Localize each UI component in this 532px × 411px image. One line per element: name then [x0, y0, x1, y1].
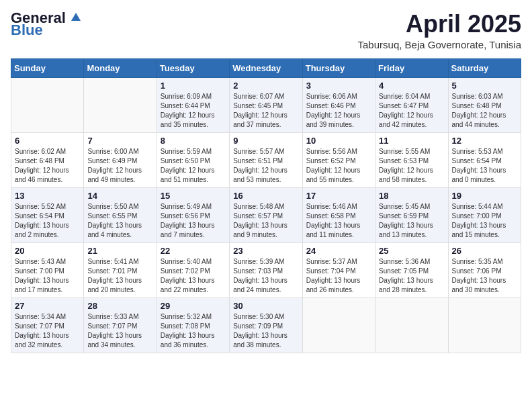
day-number: 11: [379, 136, 444, 146]
calendar-week-row: 13Sunrise: 5:52 AMSunset: 6:54 PMDayligh…: [11, 187, 521, 242]
day-number: 10: [306, 136, 371, 146]
month-title: April 2025: [358, 11, 521, 38]
day-number: 7: [87, 136, 152, 146]
day-info: Sunrise: 5:55 AMSunset: 6:53 PMDaylight:…: [379, 147, 444, 185]
weekday-header-saturday: Saturday: [448, 58, 521, 77]
day-number: 16: [233, 191, 298, 201]
day-number: 8: [161, 136, 226, 146]
day-info: Sunrise: 5:37 AMSunset: 7:04 PMDaylight:…: [306, 257, 371, 295]
calendar-day-cell: 26Sunrise: 5:35 AMSunset: 7:06 PMDayligh…: [448, 242, 521, 298]
title-area: April 2025 Tabursuq, Beja Governorate, T…: [358, 11, 521, 50]
day-number: 1: [161, 81, 226, 91]
calendar-day-cell: 30Sunrise: 5:30 AMSunset: 7:09 PMDayligh…: [230, 298, 302, 353]
calendar-day-cell: 29Sunrise: 5:32 AMSunset: 7:08 PMDayligh…: [157, 298, 229, 353]
day-info: Sunrise: 5:53 AMSunset: 6:54 PMDaylight:…: [452, 147, 517, 185]
day-number: 15: [161, 191, 226, 201]
day-info: Sunrise: 6:09 AMSunset: 6:44 PMDaylight:…: [161, 92, 226, 130]
day-info: Sunrise: 5:44 AMSunset: 7:00 PMDaylight:…: [452, 202, 517, 240]
calendar-day-cell: 3Sunrise: 6:06 AMSunset: 6:46 PMDaylight…: [302, 77, 375, 132]
calendar-week-row: 27Sunrise: 5:34 AMSunset: 7:07 PMDayligh…: [11, 298, 521, 353]
day-number: 13: [15, 191, 80, 201]
calendar-day-cell: 15Sunrise: 5:49 AMSunset: 6:56 PMDayligh…: [157, 187, 229, 242]
day-info: Sunrise: 6:00 AMSunset: 6:49 PMDaylight:…: [87, 147, 152, 185]
day-info: Sunrise: 5:52 AMSunset: 6:54 PMDaylight:…: [15, 202, 80, 240]
day-info: Sunrise: 5:36 AMSunset: 7:05 PMDaylight:…: [379, 257, 444, 295]
day-info: Sunrise: 5:57 AMSunset: 6:51 PMDaylight:…: [233, 147, 298, 185]
day-info: Sunrise: 5:56 AMSunset: 6:52 PMDaylight:…: [306, 147, 371, 185]
calendar-day-cell: 19Sunrise: 5:44 AMSunset: 7:00 PMDayligh…: [448, 187, 521, 242]
calendar-day-cell: 12Sunrise: 5:53 AMSunset: 6:54 PMDayligh…: [448, 132, 521, 187]
day-info: Sunrise: 5:32 AMSunset: 7:08 PMDaylight:…: [161, 312, 226, 350]
svg-marker-0: [71, 13, 81, 21]
day-number: 22: [161, 246, 226, 256]
day-info: Sunrise: 5:46 AMSunset: 6:58 PMDaylight:…: [306, 202, 371, 240]
day-number: 24: [306, 246, 371, 256]
day-info: Sunrise: 5:50 AMSunset: 6:55 PMDaylight:…: [87, 202, 152, 240]
calendar-week-row: 20Sunrise: 5:43 AMSunset: 7:00 PMDayligh…: [11, 242, 521, 298]
calendar-header-row: SundayMondayTuesdayWednesdayThursdayFrid…: [11, 58, 521, 77]
day-info: Sunrise: 5:45 AMSunset: 6:59 PMDaylight:…: [379, 202, 444, 240]
day-info: Sunrise: 5:39 AMSunset: 7:03 PMDaylight:…: [233, 257, 298, 295]
day-number: 20: [15, 246, 80, 256]
day-number: 5: [452, 81, 517, 91]
day-info: Sunrise: 5:34 AMSunset: 7:07 PMDaylight:…: [15, 312, 80, 350]
page-header: General Blue April 2025 Tabursuq, Beja G…: [11, 11, 521, 50]
day-info: Sunrise: 5:30 AMSunset: 7:09 PMDaylight:…: [233, 312, 298, 350]
calendar-day-cell: 10Sunrise: 5:56 AMSunset: 6:52 PMDayligh…: [302, 132, 375, 187]
weekday-header-thursday: Thursday: [302, 58, 375, 77]
calendar-day-cell: 7Sunrise: 6:00 AMSunset: 6:49 PMDaylight…: [84, 132, 157, 187]
calendar-day-cell: [84, 77, 157, 132]
day-info: Sunrise: 6:07 AMSunset: 6:45 PMDaylight:…: [233, 92, 298, 130]
calendar-day-cell: 9Sunrise: 5:57 AMSunset: 6:51 PMDaylight…: [230, 132, 302, 187]
calendar-day-cell: 28Sunrise: 5:33 AMSunset: 7:07 PMDayligh…: [84, 298, 157, 353]
day-number: 9: [233, 136, 298, 146]
calendar-day-cell: 1Sunrise: 6:09 AMSunset: 6:44 PMDaylight…: [157, 77, 229, 132]
day-info: Sunrise: 6:02 AMSunset: 6:48 PMDaylight:…: [15, 147, 80, 185]
calendar-day-cell: [375, 298, 448, 353]
day-info: Sunrise: 6:06 AMSunset: 6:46 PMDaylight:…: [306, 92, 371, 130]
calendar-day-cell: 22Sunrise: 5:40 AMSunset: 7:02 PMDayligh…: [157, 242, 229, 298]
calendar-day-cell: 24Sunrise: 5:37 AMSunset: 7:04 PMDayligh…: [302, 242, 375, 298]
day-number: 21: [87, 246, 152, 256]
day-info: Sunrise: 5:41 AMSunset: 7:01 PMDaylight:…: [87, 257, 152, 295]
day-info: Sunrise: 5:40 AMSunset: 7:02 PMDaylight:…: [161, 257, 226, 295]
calendar-day-cell: 14Sunrise: 5:50 AMSunset: 6:55 PMDayligh…: [84, 187, 157, 242]
day-number: 29: [161, 301, 226, 311]
day-info: Sunrise: 5:33 AMSunset: 7:07 PMDaylight:…: [87, 312, 152, 350]
day-info: Sunrise: 5:35 AMSunset: 7:06 PMDaylight:…: [452, 257, 517, 295]
day-number: 17: [306, 191, 371, 201]
day-info: Sunrise: 5:48 AMSunset: 6:57 PMDaylight:…: [233, 202, 298, 240]
calendar-table: SundayMondayTuesdayWednesdayThursdayFrid…: [11, 58, 521, 353]
calendar-day-cell: [11, 77, 84, 132]
day-info: Sunrise: 5:59 AMSunset: 6:50 PMDaylight:…: [161, 147, 226, 185]
calendar-week-row: 6Sunrise: 6:02 AMSunset: 6:48 PMDaylight…: [11, 132, 521, 187]
calendar-day-cell: [448, 298, 521, 353]
calendar-day-cell: 11Sunrise: 5:55 AMSunset: 6:53 PMDayligh…: [375, 132, 448, 187]
calendar-day-cell: 5Sunrise: 6:03 AMSunset: 6:48 PMDaylight…: [448, 77, 521, 132]
weekday-header-monday: Monday: [84, 58, 157, 77]
logo-blue-text: Blue: [11, 23, 43, 38]
calendar-day-cell: 4Sunrise: 6:04 AMSunset: 6:47 PMDaylight…: [375, 77, 448, 132]
calendar-day-cell: 18Sunrise: 5:45 AMSunset: 6:59 PMDayligh…: [375, 187, 448, 242]
weekday-header-wednesday: Wednesday: [230, 58, 302, 77]
day-number: 2: [233, 81, 298, 91]
logo-icon: [69, 10, 83, 25]
calendar-week-row: 1Sunrise: 6:09 AMSunset: 6:44 PMDaylight…: [11, 77, 521, 132]
day-number: 6: [15, 136, 80, 146]
day-number: 3: [306, 81, 371, 91]
calendar-day-cell: 6Sunrise: 6:02 AMSunset: 6:48 PMDaylight…: [11, 132, 84, 187]
day-number: 12: [452, 136, 517, 146]
calendar-day-cell: 23Sunrise: 5:39 AMSunset: 7:03 PMDayligh…: [230, 242, 302, 298]
day-number: 19: [452, 191, 517, 201]
weekday-header-tuesday: Tuesday: [157, 58, 229, 77]
calendar-day-cell: 8Sunrise: 5:59 AMSunset: 6:50 PMDaylight…: [157, 132, 229, 187]
weekday-header-friday: Friday: [375, 58, 448, 77]
calendar-day-cell: 16Sunrise: 5:48 AMSunset: 6:57 PMDayligh…: [230, 187, 302, 242]
calendar-day-cell: 21Sunrise: 5:41 AMSunset: 7:01 PMDayligh…: [84, 242, 157, 298]
day-number: 28: [87, 301, 152, 311]
day-info: Sunrise: 5:49 AMSunset: 6:56 PMDaylight:…: [161, 202, 226, 240]
day-number: 14: [87, 191, 152, 201]
weekday-header-sunday: Sunday: [11, 58, 84, 77]
day-number: 26: [452, 246, 517, 256]
day-info: Sunrise: 6:03 AMSunset: 6:48 PMDaylight:…: [452, 92, 517, 130]
